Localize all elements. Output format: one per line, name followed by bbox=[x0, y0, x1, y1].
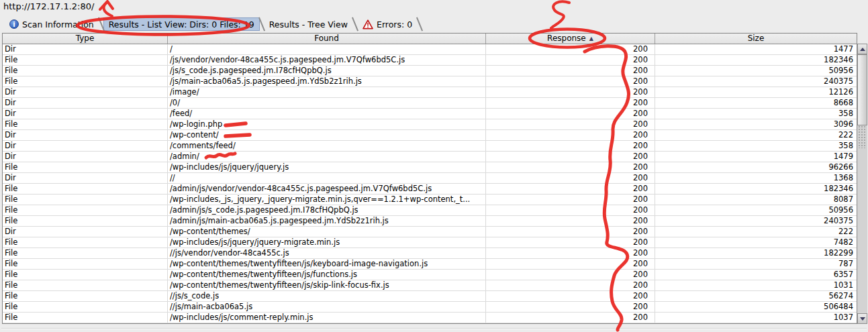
table-row[interactable]: File/admin/js/s_code.js.pagespeed.jm.I78… bbox=[3, 205, 857, 216]
tab-label: Results - List View: Dirs: 0 Files: 19 bbox=[109, 19, 254, 30]
table-header-row: Type Found Response▲ Size bbox=[3, 34, 857, 44]
table-row[interactable]: File//js/s_code.js20056274 bbox=[3, 291, 857, 302]
cell-response: 200 bbox=[486, 248, 655, 258]
table-row[interactable]: File//js/main-acba06a5.js200506484 bbox=[3, 302, 857, 313]
triangle-up-icon bbox=[860, 48, 865, 51]
sort-ascending-icon: ▲ bbox=[589, 36, 593, 42]
table-row[interactable]: File/wp-includes/js/jquery/jquery.js2009… bbox=[3, 162, 857, 173]
cell-type: File bbox=[3, 291, 168, 301]
vertical-scrollbar[interactable] bbox=[857, 44, 867, 324]
cell-found: /wp-includes/js/jquery/jquery.js bbox=[168, 162, 486, 172]
column-header-response[interactable]: Response▲ bbox=[486, 34, 655, 44]
cell-type: Dir bbox=[3, 87, 168, 97]
results-table: Type Found Response▲ Size Dir/2001477Fil… bbox=[2, 33, 857, 324]
target-url: http://172.17.1.2:80/ bbox=[3, 1, 94, 11]
table-row[interactable]: Dir/feed/200358 bbox=[3, 109, 857, 119]
table-row[interactable]: Dir/0/2008668 bbox=[3, 98, 857, 109]
scrollbar-track[interactable] bbox=[857, 54, 867, 313]
cell-found: /wp-login.php bbox=[168, 119, 486, 129]
cell-found: /admin/js/s_code.js.pagespeed.jm.I78cfHQ… bbox=[168, 205, 486, 215]
table-row[interactable]: File/admin/js/vendor/vendor-48ca455c.js.… bbox=[3, 184, 857, 195]
cell-type: File bbox=[3, 280, 168, 290]
cell-response: 200 bbox=[486, 280, 655, 290]
table-row[interactable]: File/wp-includes,_js,_jquery,_jquery-mig… bbox=[3, 195, 857, 205]
tab-results-tree-view[interactable]: Results - Tree View bbox=[264, 17, 353, 31]
cell-found: /js/main-acba06a5.js.pagespeed.jm.YdSb2z… bbox=[168, 76, 486, 87]
cell-size: 6357 bbox=[655, 270, 857, 280]
table-row[interactable]: Dir/wp-content/themes/200222 bbox=[3, 227, 857, 237]
cell-size: 1368 bbox=[655, 173, 857, 183]
cell-size: 50956 bbox=[655, 66, 857, 76]
cell-found: /wp-content/ bbox=[168, 130, 486, 140]
cell-response: 200 bbox=[486, 291, 655, 301]
cell-response: 200 bbox=[486, 237, 655, 247]
column-header-found[interactable]: Found bbox=[168, 34, 486, 44]
cell-type: File bbox=[3, 248, 168, 258]
scroll-down-button[interactable] bbox=[857, 313, 867, 324]
table-row[interactable]: File/wp-login.php2003096 bbox=[3, 119, 857, 130]
table-row[interactable]: File/wp-includes/js/jquery/jquery-migrat… bbox=[3, 237, 857, 248]
table-row[interactable]: Dir//2001368 bbox=[3, 173, 857, 184]
cell-type: Dir bbox=[3, 109, 168, 119]
table-row[interactable]: File/wp-includes/js/comment-reply.min.js… bbox=[3, 313, 857, 323]
cell-type: File bbox=[3, 76, 168, 87]
cell-found: //js/main-acba06a5.js bbox=[168, 302, 486, 312]
cell-size: 12126 bbox=[655, 87, 857, 97]
cell-response: 200 bbox=[486, 152, 655, 162]
table-row[interactable]: Dir/comments/feed/200358 bbox=[3, 141, 857, 152]
table-row[interactable]: File/js/s_code.js.pagespeed.jm.I78cfHQpb… bbox=[3, 66, 857, 76]
table-row[interactable]: File/js/vendor/vendor-48ca455c.js.pagesp… bbox=[3, 55, 857, 66]
cell-found: /wp-includes/js/comment-reply.min.js bbox=[168, 313, 486, 323]
tab-scan-information[interactable]: i Scan Information bbox=[4, 17, 99, 31]
cell-found: // bbox=[168, 173, 486, 183]
cell-size: 56274 bbox=[655, 291, 857, 301]
bottom-status-strip bbox=[0, 325, 868, 332]
table-row[interactable]: File/js/main-acba06a5.js.pagespeed.jm.Yd… bbox=[3, 76, 857, 87]
cell-type: File bbox=[3, 259, 168, 269]
scrollbar-thumb[interactable] bbox=[857, 54, 867, 125]
cell-found: /js/vendor/vendor-48ca455c.js.pagespeed.… bbox=[168, 55, 486, 65]
cell-type: File bbox=[3, 55, 168, 65]
column-header-type[interactable]: Type bbox=[3, 34, 168, 44]
cell-size: 358 bbox=[655, 141, 857, 151]
table-row[interactable]: File/wp-content/themes/twentyfifteen/js/… bbox=[3, 259, 857, 270]
cell-response: 200 bbox=[486, 141, 655, 151]
cell-response: 200 bbox=[486, 227, 655, 237]
cell-type: File bbox=[3, 205, 168, 215]
cell-size: 8087 bbox=[655, 195, 857, 205]
table-row[interactable]: Dir/admin/2001479 bbox=[3, 152, 857, 162]
tab-label: Results - Tree View bbox=[269, 19, 348, 30]
scroll-up-button[interactable] bbox=[857, 44, 867, 54]
table-row[interactable]: File/wp-content/themes/twentyfifteen/js/… bbox=[3, 270, 857, 280]
column-header-response-label: Response bbox=[547, 34, 586, 43]
cell-found: /admin/js/vendor/vendor-48ca455c.js.page… bbox=[168, 184, 486, 194]
table-body: Dir/2001477File/js/vendor/vendor-48ca455… bbox=[3, 44, 857, 323]
tab-results-list-view[interactable]: Results - List View: Dirs: 0 Files: 19 bbox=[103, 17, 260, 31]
tab-errors[interactable]: Errors: 0 bbox=[357, 17, 418, 31]
cell-size: 222 bbox=[655, 227, 857, 237]
cell-found: /wp-content/themes/ bbox=[168, 227, 486, 237]
table-row[interactable]: File/admin/js/main-acba06a5.js.pagespeed… bbox=[3, 216, 857, 227]
cell-response: 200 bbox=[486, 162, 655, 172]
cell-type: Dir bbox=[3, 227, 168, 237]
cell-size: 1477 bbox=[655, 44, 857, 54]
cell-type: File bbox=[3, 313, 168, 323]
cell-found: /wp-includes,_js,_jquery,_jquery-migrate… bbox=[168, 195, 486, 205]
cell-response: 200 bbox=[486, 109, 655, 119]
warning-icon bbox=[363, 19, 373, 30]
table-row[interactable]: File//js/vendor/vendor-48ca455c.js200182… bbox=[3, 248, 857, 259]
cell-type: File bbox=[3, 237, 168, 247]
table-row[interactable]: Dir/wp-content/200222 bbox=[3, 130, 857, 141]
cell-type: File bbox=[3, 66, 168, 76]
cell-type: File bbox=[3, 302, 168, 312]
cell-response: 200 bbox=[486, 259, 655, 269]
cell-size: 1031 bbox=[655, 280, 857, 290]
cell-response: 200 bbox=[486, 173, 655, 183]
table-row[interactable]: Dir/image/20012126 bbox=[3, 87, 857, 98]
table-row[interactable]: Dir/2001477 bbox=[3, 44, 857, 55]
cell-found: /wp-content/themes/twentyfifteen/js/skip… bbox=[168, 280, 486, 290]
column-header-size[interactable]: Size bbox=[655, 34, 857, 44]
cell-size: 182299 bbox=[655, 248, 857, 258]
cell-type: File bbox=[3, 270, 168, 280]
table-row[interactable]: File/wp-content/themes/twentyfifteen/js/… bbox=[3, 280, 857, 291]
